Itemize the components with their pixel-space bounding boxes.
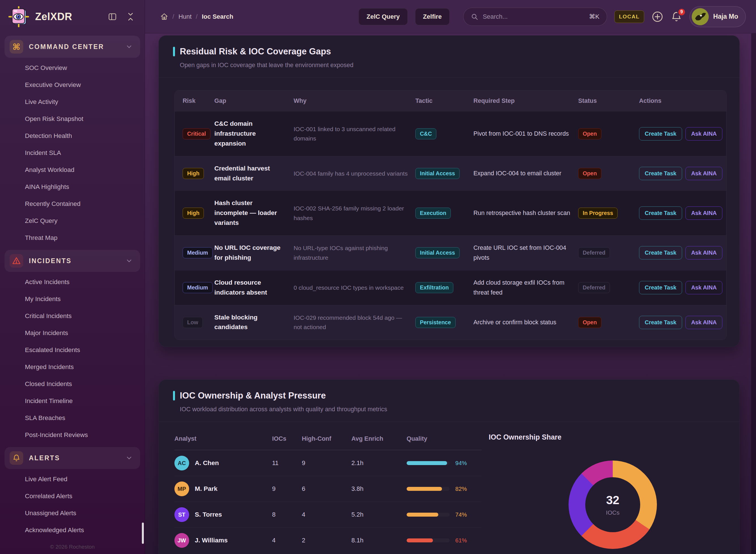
chevron-down-icon [125, 454, 133, 462]
why-cell: 0 cloud_resource IOC types in workspace [294, 276, 415, 300]
create-task-button[interactable]: Create Task [639, 316, 682, 329]
zelfire-button[interactable]: Zelfire [415, 8, 450, 25]
quality-bar [407, 539, 450, 542]
topbar: / Hunt / Ioc Search ZelC Query Zelfire ⌘… [145, 0, 756, 34]
sidebar-section-incidents[interactable]: INCIDENTS [5, 250, 140, 272]
zelc-query-button[interactable]: ZelC Query [358, 8, 407, 25]
sidebar: ZelXDR ⌘ COMMAND CENTER SOC Overview Exe… [0, 0, 145, 554]
create-task-button[interactable]: Create Task [639, 127, 682, 141]
sidebar-item-incident-timeline[interactable]: Incident Timeline [0, 393, 145, 409]
sidebar-item-detection-health[interactable]: Detection Health [0, 127, 145, 145]
gap-cell: Stale blocking candidates [214, 305, 294, 340]
avg-enrich-value: 2.1h [351, 459, 407, 467]
ask-aina-button[interactable]: Ask AINA [686, 167, 722, 180]
sidebar-item-critical-incidents[interactable]: Critical Incidents [0, 308, 145, 325]
search-bar[interactable]: ⌘K [463, 8, 607, 26]
sidebar-item-soc-overview[interactable]: SOC Overview [0, 59, 145, 76]
command-icon: ⌘ [10, 40, 23, 54]
ask-aina-button[interactable]: Ask AINA [686, 127, 722, 141]
sidebar-item-live-alert-feed[interactable]: Live Alert Feed [0, 471, 145, 488]
sidebar-section-alerts[interactable]: ALERTS [5, 447, 140, 469]
plus-circle-icon [651, 11, 663, 23]
breadcrumb-separator: / [196, 13, 198, 20]
table-row: High Credential harvest email cluster IO… [175, 156, 726, 191]
table-row: Medium Cloud resource indicators absent … [175, 270, 726, 305]
avatar: AC [174, 456, 189, 470]
ioc-ownership-donut-chart: 32 IOCs [569, 460, 657, 549]
home-icon[interactable] [160, 13, 168, 21]
status-badge: Open [578, 317, 601, 328]
sidebar-scrollbar[interactable] [142, 522, 144, 544]
sidebar-item-threat-map[interactable]: Threat Map [0, 229, 145, 246]
card-header: IOC Ownership & Analyst Pressure IOC wor… [159, 380, 739, 422]
status-badge: Open [578, 168, 601, 179]
donut-center-value: 32 [606, 493, 620, 507]
tactic-badge: Persistence [415, 317, 456, 328]
scrollbar-track[interactable] [751, 34, 756, 554]
ask-aina-button[interactable]: Ask AINA [686, 207, 722, 220]
user-menu[interactable]: Haja Mo [690, 6, 746, 27]
iocs-value: 9 [272, 485, 302, 493]
sidebar-item-my-incidents[interactable]: My Incidents [0, 291, 145, 308]
sidebar-item-merged-incidents[interactable]: Merged Incidents [0, 358, 145, 376]
sidebar-item-incident-sla[interactable]: Incident SLA [0, 145, 145, 161]
quality-percent: 61% [455, 537, 467, 544]
section-label: ALERTS [29, 454, 120, 462]
why-cell: IOC-001 linked to 3 unscanned related do… [294, 117, 415, 151]
status-badge: Deferred [578, 247, 610, 258]
sidebar-item-open-risk-snapshot[interactable]: Open Risk Snapshot [0, 110, 145, 127]
ask-aina-button[interactable]: Ask AINA [686, 281, 722, 294]
sidebar-item-correlated-alerts[interactable]: Correlated Alerts [0, 488, 145, 505]
sidebar-item-live-activity[interactable]: Live Activity [0, 94, 145, 110]
ioc-ownership-card: IOC Ownership & Analyst Pressure IOC wor… [159, 380, 740, 554]
donut-center: 32 IOCs [585, 477, 640, 532]
sidebar-item-escalated-incidents[interactable]: Escalated Incidents [0, 342, 145, 358]
create-task-button[interactable]: Create Task [639, 281, 682, 294]
sidebar-item-post-incident-reviews[interactable]: Post-Incident Reviews [0, 427, 145, 444]
user-name: Haja Mo [713, 13, 738, 20]
sidebar-item-analyst-workload[interactable]: Analyst Workload [0, 161, 145, 178]
sidebar-item-closed-incidents[interactable]: Closed Incidents [0, 376, 145, 393]
sidebar-item-aina-highlights[interactable]: AINA Highlights [0, 178, 145, 196]
sidebar-item-unassigned-alerts[interactable]: Unassigned Alerts [0, 505, 145, 522]
search-input[interactable] [483, 13, 584, 20]
donut-chart-title: IOC Ownership Share [489, 433, 562, 441]
sidebar-item-active-incidents[interactable]: Active Incidents [0, 274, 145, 291]
main-content: Residual Risk & IOC Coverage Gaps Open g… [145, 34, 756, 554]
accent-bar [173, 391, 175, 400]
create-task-button[interactable]: Create Task [639, 246, 682, 260]
create-task-button[interactable]: Create Task [639, 167, 682, 180]
sidebar-panel-toggle-icon[interactable] [106, 10, 119, 23]
sidebar-item-major-incidents[interactable]: Major Incidents [0, 325, 145, 342]
analyst-name: J. Williams [195, 537, 228, 544]
iocs-value: 4 [272, 537, 302, 544]
status-badge: In Progress [578, 208, 618, 219]
sidebar-item-zelc-query[interactable]: ZelC Query [0, 212, 145, 229]
sidebar-section-command-center[interactable]: ⌘ COMMAND CENTER [5, 36, 140, 58]
risk-badge: Medium [183, 247, 213, 258]
sidebar-item-recently-contained[interactable]: Recently Contained [0, 196, 145, 212]
why-cell: IOC-004 family has 4 unprocessed variant… [294, 161, 415, 186]
gap-cell: C&C domain infrastructure expansion [214, 112, 294, 156]
ask-aina-button[interactable]: Ask AINA [686, 246, 722, 260]
high-conf-value: 6 [302, 485, 351, 493]
ask-aina-button[interactable]: Ask AINA [686, 316, 722, 329]
notifications-button[interactable]: 9 [671, 11, 682, 22]
breadcrumb-hunt[interactable]: Hunt [178, 13, 191, 20]
sidebar-item-acknowledged-alerts[interactable]: Acknowledged Alerts [0, 522, 145, 539]
accent-bar [173, 47, 175, 56]
tactic-badge: C&C [415, 128, 436, 140]
sidebar-collapse-icon[interactable] [124, 10, 137, 23]
analyst-name: A. Chen [195, 459, 219, 467]
high-conf-value: 4 [302, 511, 351, 518]
create-task-button[interactable]: Create Task [639, 207, 682, 220]
warning-triangle-icon [10, 254, 23, 268]
add-button[interactable] [651, 11, 663, 23]
sidebar-item-sla-breaches[interactable]: SLA Breaches [0, 409, 145, 427]
avg-enrich-value: 3.8h [351, 485, 407, 493]
gap-cell: Credential harvest email cluster [214, 156, 294, 191]
tactic-badge: Initial Access [415, 247, 460, 258]
sidebar-item-executive-overview[interactable]: Executive Overview [0, 76, 145, 94]
gap-cell: Cloud resource indicators absent [214, 271, 294, 305]
avatar: MP [174, 482, 189, 496]
